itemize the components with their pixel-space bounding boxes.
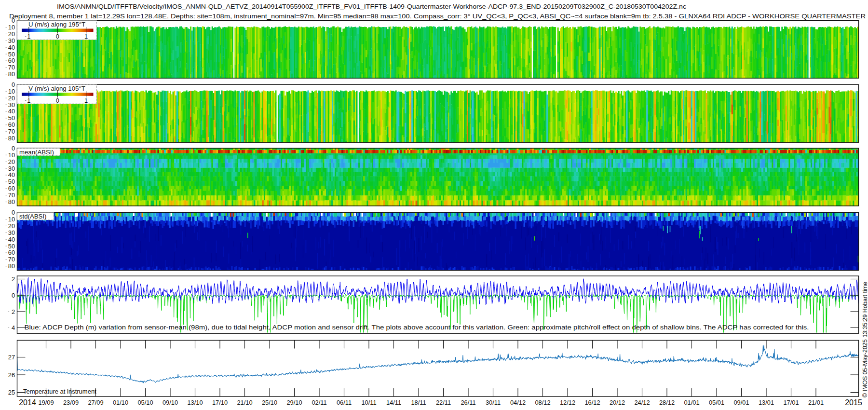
svg-text:30/11: 30/11 [486,399,501,406]
svg-text:80: 80 [8,198,15,205]
svg-text:09/01: 09/01 [733,399,749,406]
svg-text:01/01: 01/01 [684,399,699,406]
svg-text:2014: 2014 [19,398,36,407]
svg-text:17/10: 17/10 [212,399,228,406]
svg-text:19/09: 19/09 [38,399,54,406]
svg-text:09/10: 09/10 [163,399,178,406]
svg-text:0: 0 [12,145,15,152]
svg-text:1: 1 [84,33,88,40]
svg-text:2015: 2015 [845,398,862,407]
svg-text:40: 40 [8,108,15,115]
svg-text:60: 60 [8,249,15,256]
svg-text:std(ABSI): std(ABSI) [19,213,46,220]
svg-text:50: 50 [8,243,15,250]
svg-text:05/01: 05/01 [709,399,724,406]
svg-text:mean(ABSI): mean(ABSI) [19,149,54,156]
svg-text:20: 20 [8,158,15,165]
svg-text:1: 1 [27,33,30,40]
svg-text:50: 50 [8,114,15,122]
svg-text:80: 80 [8,262,15,270]
svg-text:27/09: 27/09 [88,399,103,406]
svg-text:80: 80 [8,70,15,78]
svg-text:60: 60 [8,185,15,192]
svg-text:30: 30 [8,101,15,109]
svg-text:10/11: 10/11 [361,399,376,406]
svg-text:0: 0 [56,33,59,40]
svg-text:1: 1 [27,97,30,104]
svg-text:26/11: 26/11 [461,399,475,406]
svg-text:27: 27 [8,354,15,361]
svg-text:Temperature at instrument: Temperature at instrument [23,388,96,395]
svg-text:25: 25 [8,389,15,396]
svg-text:21/01: 21/01 [808,399,824,406]
svg-text:80: 80 [8,135,15,142]
svg-text:40: 40 [8,44,15,51]
svg-text:24/12: 24/12 [634,399,650,406]
svg-text:70: 70 [8,128,15,135]
svg-text:16/12: 16/12 [584,399,600,406]
svg-text:IMOS/ANMN/QLD/ITFFTB/Velocity/: IMOS/ANMN/QLD/ITFFTB/Velocity/IMOS_ANMN-… [57,3,686,10]
svg-text:21/10: 21/10 [237,399,252,406]
svg-text:70: 70 [8,256,15,263]
svg-text:U (m/s) along 195°T: U (m/s) along 195°T [28,21,85,28]
svg-text:10: 10 [8,151,15,159]
svg-text:Blue: ADCP Depth (m) variation: Blue: ADCP Depth (m) variation from sens… [25,324,809,331]
svg-text:40: 40 [8,171,15,178]
svg-text:4: 4 [12,324,15,331]
svg-text:29/10: 29/10 [286,399,302,406]
svg-text:2: 2 [12,275,15,283]
svg-text:0: 0 [56,97,59,104]
svg-text:13/10: 13/10 [187,399,203,406]
svg-text:30: 30 [8,229,15,236]
svg-text:V (m/s) along 105°T: V (m/s) along 105°T [28,85,85,92]
svg-text:06/11: 06/11 [337,399,352,406]
svg-text:10: 10 [8,24,15,31]
svg-text:Deployment 8, member 1 lat=12.: Deployment 8, member 1 lat=12.29S lon=12… [9,13,866,20]
svg-text:25/10: 25/10 [262,399,277,406]
svg-text:04/12: 04/12 [510,399,526,406]
svg-text:70: 70 [8,64,15,71]
svg-text:26: 26 [8,371,15,379]
svg-text:01/10: 01/10 [113,399,128,406]
svg-text:13/01: 13/01 [759,399,774,406]
svg-text:60: 60 [8,57,15,64]
svg-text:20: 20 [8,222,15,230]
svg-text:14/11: 14/11 [386,399,401,406]
svg-text:40: 40 [8,236,15,243]
svg-text:10: 10 [8,88,15,95]
svg-text:05/10: 05/10 [137,399,153,406]
svg-text:0: 0 [12,17,15,24]
svg-text:28/12: 28/12 [659,399,675,406]
svg-text:30: 30 [8,165,15,172]
svg-text:60: 60 [8,121,15,128]
svg-text:20/12: 20/12 [610,399,625,406]
svg-text:© IMOS 05-May-2025 13:35:29 Ho: © IMOS 05-May-2025 13:35:29 Hobart time [862,282,868,397]
svg-text:1: 1 [84,97,88,104]
svg-text:20: 20 [8,30,15,38]
svg-text:50: 50 [8,51,15,58]
svg-text:08/12: 08/12 [535,399,550,406]
svg-text:0: 0 [12,292,15,299]
svg-text:70: 70 [8,191,15,199]
svg-text:18/11: 18/11 [411,399,426,406]
svg-text:0: 0 [12,81,15,88]
svg-text:20: 20 [8,95,15,102]
svg-text:50: 50 [8,178,15,185]
svg-text:2: 2 [12,308,15,315]
svg-text:17/01: 17/01 [783,399,799,406]
svg-text:02/11: 02/11 [312,399,326,406]
svg-text:12/12: 12/12 [560,399,575,406]
svg-text:22/11: 22/11 [436,399,451,406]
svg-text:30: 30 [8,37,15,44]
svg-text:23/09: 23/09 [63,399,79,406]
svg-text:0: 0 [12,209,15,216]
svg-text:10: 10 [8,216,15,223]
